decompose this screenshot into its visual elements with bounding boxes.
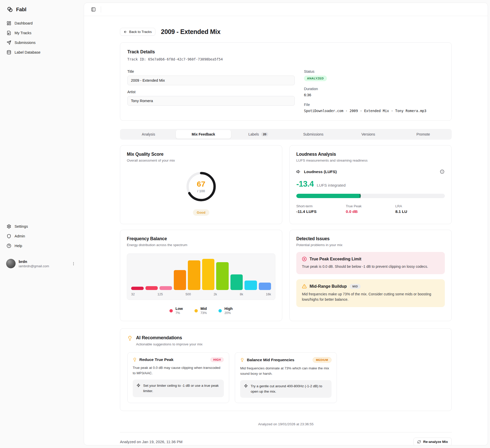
- tab-versions[interactable]: Versions: [341, 130, 396, 139]
- recommendation-text: True peak at 0.0 dB may cause clipping w…: [133, 365, 224, 376]
- reanalyze-label: Re-analyze Mix: [423, 440, 448, 444]
- frequency-heading: Frequency Balance: [127, 236, 275, 241]
- title-field-label: Title: [127, 69, 295, 74]
- issue-title: True Peak Exceeding Limit: [310, 257, 361, 261]
- sidebar-item-dashboard[interactable]: Dashboard: [4, 18, 80, 28]
- stat-short-term: Short-term -11.4 LUFS: [296, 204, 346, 214]
- arrow-left-icon: [124, 30, 127, 34]
- sidebar-item-help[interactable]: Help: [4, 241, 80, 251]
- dashboard-icon: [7, 21, 11, 26]
- lightbulb-icon: [240, 358, 244, 362]
- page-title: 2009 - Extended Mix: [161, 28, 220, 35]
- tab-mix-feedback[interactable]: Mix Feedback: [176, 130, 231, 139]
- ai-heading: AI Recommendations: [136, 335, 202, 341]
- duration-value: 6:36: [304, 93, 444, 97]
- issues-heading: Detected Issues: [296, 236, 445, 241]
- sidebar-item-label: Settings: [15, 224, 28, 228]
- user-email: iambrdn@gmail.com: [19, 264, 49, 268]
- file-value: SpotiDownloader.com - 2009 - Extended Mi…: [304, 109, 444, 113]
- rating-badge: Good: [193, 209, 209, 216]
- legend-item-mid: Mid 73%: [194, 307, 207, 315]
- axis-tick-label: 500: [186, 293, 191, 296]
- legend-item-low: Low 7%: [169, 307, 183, 315]
- loudness-heading: Loudness Analysis: [296, 152, 445, 157]
- axis-tick-label: 125: [157, 293, 163, 296]
- tab-bar: Analysis Mix Feedback Labels 20 Submissi…: [120, 129, 452, 140]
- zap-icon: [244, 384, 248, 394]
- mid-badge: MID: [350, 284, 361, 289]
- user-card[interactable]: brdn iambrdn@gmail.com: [4, 257, 80, 270]
- panel-left-icon: [91, 7, 96, 12]
- sidebar-toggle-button[interactable]: [91, 7, 96, 12]
- lightbulb-icon: [127, 336, 132, 341]
- volume-icon: [296, 169, 301, 174]
- sidebar-bottom: Settings Admin Help brdn iambrdn@gmail.c…: [4, 222, 80, 270]
- loudness-info-button[interactable]: [439, 169, 445, 174]
- send-icon: [7, 40, 11, 45]
- frequency-axis: 321255002k8k16k: [131, 293, 271, 296]
- duration-label: Duration: [304, 87, 444, 91]
- frequency-bar-5: [188, 260, 200, 290]
- priority-badge-high: HIGH: [210, 357, 224, 362]
- brand-logo[interactable]: Fabl: [4, 5, 80, 18]
- sidebar-item-settings[interactable]: Settings: [4, 222, 80, 231]
- warning-triangle-icon: [302, 284, 307, 289]
- stat-lra: LRA 8.1 LU: [395, 204, 445, 214]
- issue-true-peak: True Peak Exceeding Limit True peak is 0…: [296, 252, 445, 274]
- more-vertical-icon: [71, 262, 76, 266]
- loudness-target-marker: [360, 194, 360, 198]
- sidebar-item-label-database[interactable]: Label Database: [4, 47, 80, 57]
- frequency-subtitle: Energy distribution across the spectrum: [127, 243, 275, 247]
- sidebar-item-label: Admin: [15, 234, 25, 238]
- frequency-bar-3: [160, 286, 172, 290]
- detected-issues-card: Detected Issues Potential problems in yo…: [289, 230, 452, 321]
- score-value: 67: [197, 180, 205, 188]
- track-id: Track ID: 65e7a0b6-6f8d-42c7-960f-73098b…: [127, 57, 444, 61]
- sidebar-item-label: Submissions: [15, 41, 35, 45]
- loudness-fill: [296, 194, 361, 198]
- labels-count-badge: 20: [261, 132, 268, 136]
- mix-quality-heading: Mix Quality Score: [127, 152, 275, 157]
- shield-icon: [7, 234, 11, 238]
- artist-input[interactable]: [127, 96, 295, 106]
- back-to-tracks-button[interactable]: Back to Tracks: [120, 28, 155, 36]
- reanalyze-button[interactable]: Re-analyze Mix: [413, 438, 452, 445]
- mix-quality-subtitle: Overall assessment of your mix: [127, 159, 275, 162]
- ai-recommendations-card: AI Recommendations Actionable suggestion…: [120, 328, 452, 411]
- help-icon: [7, 244, 11, 248]
- gear-icon: [7, 224, 11, 229]
- recommendation-title: Balance Mid Frequencies: [247, 358, 294, 362]
- legend-dot: [218, 309, 222, 312]
- sidebar: Fabl Dashboard My Tracks: [0, 0, 84, 448]
- file-label: File: [304, 103, 444, 107]
- sidebar-item-label: Help: [15, 244, 22, 248]
- sidebar-item-submissions[interactable]: Submissions: [4, 38, 80, 47]
- loudness-progress-bar: [296, 194, 445, 198]
- frequency-bars: [131, 259, 271, 290]
- sidebar-item-my-tracks[interactable]: My Tracks: [4, 28, 80, 38]
- axis-tick-label: 2k: [214, 293, 217, 296]
- score-max: / 100: [197, 189, 205, 193]
- track-details-card: Track Details Track ID: 65e7a0b6-6f8d-42…: [120, 42, 452, 121]
- zap-icon: [137, 383, 140, 394]
- fabl-logo-icon: [7, 6, 13, 13]
- frequency-bar-10: [259, 283, 271, 290]
- tab-labels[interactable]: Labels 20: [231, 130, 286, 139]
- stat-true-peak: True Peak 0.0 dB: [346, 204, 395, 214]
- title-input[interactable]: [127, 76, 295, 85]
- sidebar-item-admin[interactable]: Admin: [4, 231, 80, 241]
- tab-analysis[interactable]: Analysis: [121, 130, 176, 139]
- frequency-chart: 321255002k8k16k: [127, 253, 275, 300]
- tab-submissions[interactable]: Submissions: [286, 130, 341, 139]
- status-badge: ANALYZED: [304, 76, 327, 81]
- legend-dot: [169, 309, 173, 312]
- frequency-bar-7: [216, 262, 229, 290]
- issue-text: True peak is 0.0 dB. Should be below -1 …: [302, 264, 439, 270]
- frequency-balance-card: Frequency Balance Energy distribution ac…: [120, 230, 282, 321]
- lightbulb-icon: [133, 358, 137, 362]
- axis-tick-label: 16k: [266, 293, 271, 296]
- issue-mid-range: Mid-Range Buildup MID Mid frequencies ma…: [296, 279, 445, 307]
- tab-promote[interactable]: Promote: [396, 130, 451, 139]
- user-menu-button[interactable]: [70, 260, 77, 267]
- sidebar-item-label: Dashboard: [15, 21, 33, 25]
